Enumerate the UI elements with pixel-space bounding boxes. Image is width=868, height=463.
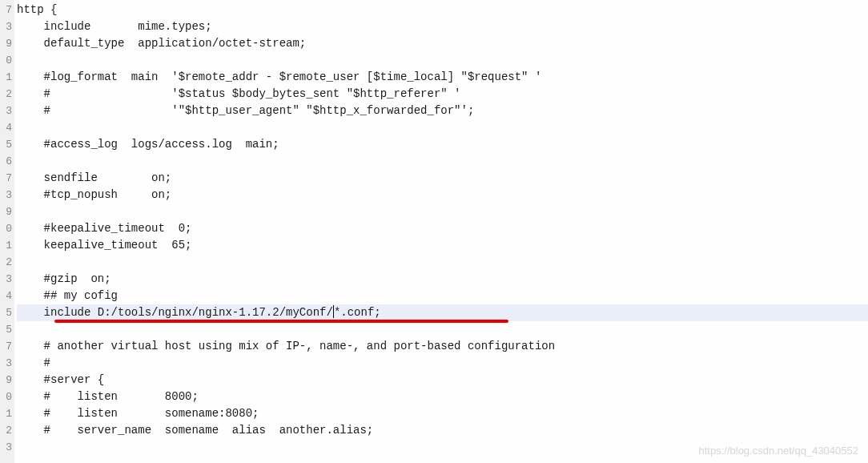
gutter-number: 9 xyxy=(0,35,14,52)
code-line[interactable]: default_type application/octet-stream; xyxy=(17,35,868,52)
code-line[interactable] xyxy=(17,52,868,69)
gutter-number: 3 xyxy=(0,187,14,203)
code-line[interactable]: # server_name somename alias another.ali… xyxy=(17,422,868,439)
gutter-number: 1 xyxy=(0,405,14,422)
gutter-number: 3 xyxy=(0,355,14,372)
code-line[interactable] xyxy=(17,153,868,170)
gutter-number: 9 xyxy=(0,203,14,220)
gutter-number: 7 xyxy=(0,170,14,187)
gutter-number: 5 xyxy=(0,136,14,153)
gutter-number: 2 xyxy=(0,254,14,271)
code-line[interactable]: # another virtual host using mix of IP-,… xyxy=(17,338,868,355)
code-line[interactable]: #access_log logs/access.log main; xyxy=(17,136,868,153)
gutter-number: 7 xyxy=(0,338,14,355)
code-editor: 7 3 9 0 1 2 3 4 5 6 7 3 9 0 1 2 3 4 5 5 … xyxy=(0,0,868,463)
code-line[interactable]: # '"$http_user_agent" "$http_x_forwarded… xyxy=(17,103,868,119)
gutter-number: 4 xyxy=(0,119,14,136)
code-line[interactable]: # listen somename:8080; xyxy=(17,405,868,422)
code-line[interactable]: # xyxy=(17,355,868,372)
code-area[interactable]: http { include mime.types; default_type … xyxy=(14,0,868,463)
code-line[interactable]: keepalive_timeout 65; xyxy=(17,237,868,254)
gutter-number: 2 xyxy=(0,86,14,103)
code-line[interactable]: ## my cofig xyxy=(17,288,868,304)
gutter-number: 1 xyxy=(0,237,14,254)
gutter-number: 3 xyxy=(0,439,14,456)
gutter-number: 0 xyxy=(0,389,14,405)
code-line[interactable]: # '$status $body_bytes_sent "$http_refer… xyxy=(17,86,868,103)
annotation-underline xyxy=(54,320,508,323)
line-number-gutter: 7 3 9 0 1 2 3 4 5 6 7 3 9 0 1 2 3 4 5 5 … xyxy=(0,0,14,463)
code-line-highlighted[interactable]: include D:/tools/nginx/nginx-1.17.2/myCo… xyxy=(17,304,868,321)
gutter-number: 3 xyxy=(0,271,14,288)
gutter-number: 0 xyxy=(0,52,14,69)
code-line[interactable]: #tcp_nopush on; xyxy=(17,187,868,203)
code-text: *.conf; xyxy=(334,306,381,319)
gutter-number: 7 xyxy=(0,2,14,18)
code-line[interactable] xyxy=(17,254,868,271)
gutter-number: 3 xyxy=(0,103,14,119)
code-line[interactable]: #server { xyxy=(17,372,868,389)
text-cursor xyxy=(333,305,334,318)
code-text: include D:/tools/nginx/nginx-1.17.2/myCo… xyxy=(17,306,333,319)
gutter-number: 0 xyxy=(0,220,14,237)
code-line[interactable]: sendfile on; xyxy=(17,170,868,187)
code-line[interactable]: #log_format main '$remote_addr - $remote… xyxy=(17,69,868,86)
code-line[interactable]: # listen 8000; xyxy=(17,389,868,405)
gutter-number: 4 xyxy=(0,288,14,304)
code-line[interactable]: http { xyxy=(17,2,868,18)
code-line[interactable]: #gzip on; xyxy=(17,271,868,288)
gutter-number: 1 xyxy=(0,69,14,86)
code-line[interactable]: #keepalive_timeout 0; xyxy=(17,220,868,237)
code-line[interactable] xyxy=(17,321,868,338)
watermark-text: https://blog.csdn.net/qq_43040552 xyxy=(699,445,859,457)
code-line[interactable]: include mime.types; xyxy=(17,18,868,35)
code-line[interactable] xyxy=(17,203,868,220)
gutter-number: 2 xyxy=(0,422,14,439)
gutter-number: 5 xyxy=(0,304,14,321)
code-line[interactable] xyxy=(17,119,868,136)
gutter-number: 6 xyxy=(0,153,14,170)
gutter-number: 9 xyxy=(0,372,14,389)
gutter-number: 5 xyxy=(0,321,14,338)
gutter-number: 3 xyxy=(0,18,14,35)
